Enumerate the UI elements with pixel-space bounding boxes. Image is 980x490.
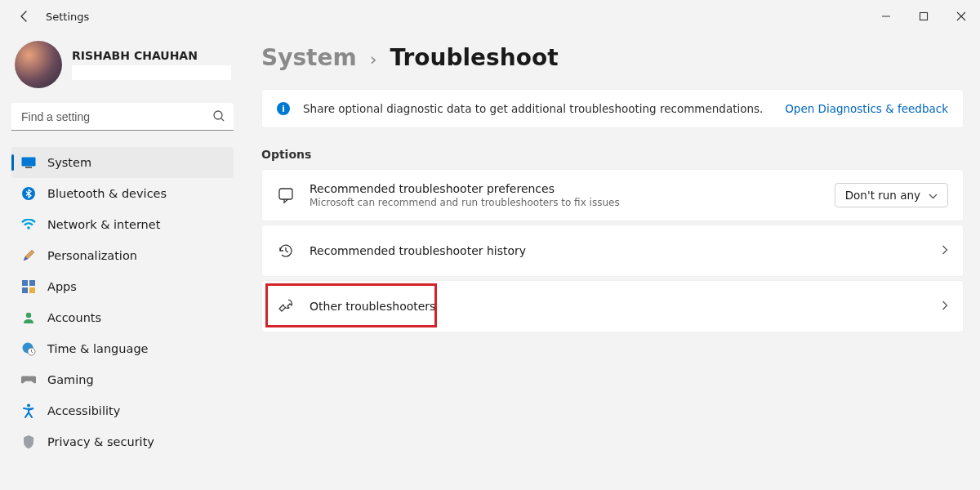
profile-email-redacted	[72, 65, 231, 80]
card-title: Recommended troubleshooter preferences	[310, 182, 620, 195]
nav-item-accessibility[interactable]: Accessibility	[11, 395, 234, 426]
back-arrow-icon	[18, 10, 31, 23]
chat-icon	[277, 186, 295, 204]
main-pane: System › Troubleshoot i Share optional d…	[245, 33, 980, 490]
nav-label: Gaming	[47, 373, 94, 386]
nav-item-gaming[interactable]: Gaming	[11, 364, 234, 395]
back-button[interactable]	[15, 7, 34, 26]
nav-item-apps[interactable]: Apps	[11, 271, 234, 302]
profile-block[interactable]: RISHABH CHAUHAN	[11, 41, 234, 88]
nav-label: Network & internet	[47, 218, 160, 231]
avatar	[15, 41, 62, 88]
nav-item-accounts[interactable]: Accounts	[11, 302, 234, 333]
globe-clock-icon	[21, 341, 36, 356]
info-text: Share optional diagnostic data to get ad…	[303, 102, 763, 115]
maximize-icon	[919, 11, 929, 21]
close-icon	[956, 11, 966, 21]
svg-point-12	[26, 313, 31, 318]
breadcrumb: System › Troubleshoot	[261, 44, 964, 71]
close-button[interactable]	[942, 0, 980, 33]
breadcrumb-parent[interactable]: System	[261, 44, 357, 71]
nav-item-network[interactable]: Network & internet	[11, 209, 234, 240]
svg-point-2	[214, 111, 222, 119]
nav-item-personalization[interactable]: Personalization	[11, 240, 234, 271]
svg-rect-11	[29, 287, 35, 293]
svg-point-7	[27, 226, 30, 229]
nav-item-privacy[interactable]: Privacy & security	[11, 426, 234, 457]
search-input[interactable]	[11, 103, 234, 131]
page-title: Troubleshoot	[390, 44, 558, 71]
svg-rect-5	[25, 167, 32, 168]
title-bar: Settings	[0, 0, 980, 33]
nav-label: Accounts	[47, 311, 101, 324]
chevron-right-icon	[942, 300, 948, 313]
accessibility-icon	[21, 403, 36, 418]
chevron-down-icon	[929, 189, 938, 202]
sidebar: RISHABH CHAUHAN System Bluetooth & de	[0, 33, 245, 490]
open-diagnostics-link[interactable]: Open Diagnostics & feedback	[785, 102, 948, 115]
search-icon	[212, 109, 225, 125]
wrench-icon	[277, 297, 295, 315]
bluetooth-icon	[21, 186, 36, 201]
window-controls	[867, 0, 980, 33]
svg-rect-4	[22, 158, 36, 167]
chevron-right-icon: ›	[370, 49, 377, 69]
minimize-button[interactable]	[867, 0, 905, 33]
maximize-button[interactable]	[905, 0, 942, 33]
nav-list: System Bluetooth & devices Network & int…	[11, 147, 234, 457]
card-subtitle: Microsoft can recommend and run troubles…	[310, 197, 620, 208]
svg-point-15	[27, 404, 30, 408]
history-icon	[277, 242, 295, 260]
nav-item-bluetooth[interactable]: Bluetooth & devices	[11, 178, 234, 209]
search-container	[11, 103, 234, 131]
paintbrush-icon	[21, 248, 36, 263]
minimize-icon	[881, 11, 891, 21]
nav-label: System	[47, 156, 91, 169]
wifi-icon	[21, 217, 36, 232]
section-label: Options	[261, 148, 964, 161]
system-icon	[21, 155, 36, 170]
card-title: Recommended troubleshooter history	[310, 244, 526, 257]
controller-icon	[21, 372, 36, 387]
card-other-troubleshooters[interactable]: Other troubleshooters	[261, 280, 964, 332]
nav-label: Accessibility	[47, 404, 120, 417]
info-bar: i Share optional diagnostic data to get …	[261, 89, 964, 128]
chevron-right-icon	[942, 244, 948, 257]
svg-rect-16	[279, 189, 292, 199]
svg-rect-1	[920, 13, 928, 20]
troubleshooter-run-dropdown[interactable]: Don't run any	[835, 183, 948, 207]
dropdown-value: Don't run any	[845, 189, 920, 202]
svg-line-3	[221, 118, 224, 121]
shield-icon	[21, 434, 36, 449]
card-troubleshooter-history[interactable]: Recommended troubleshooter history	[261, 225, 964, 277]
card-troubleshooter-preferences[interactable]: Recommended troubleshooter preferences M…	[261, 169, 964, 221]
info-icon: i	[277, 102, 290, 115]
app-title: Settings	[46, 11, 89, 23]
svg-rect-9	[29, 280, 35, 286]
nav-label: Privacy & security	[47, 435, 154, 448]
nav-label: Apps	[47, 280, 77, 293]
nav-label: Time & language	[47, 342, 149, 355]
nav-label: Bluetooth & devices	[47, 187, 167, 200]
apps-icon	[21, 279, 36, 294]
profile-name: RISHABH CHAUHAN	[72, 49, 234, 62]
person-icon	[21, 310, 36, 325]
nav-item-system[interactable]: System	[11, 147, 234, 178]
svg-rect-8	[22, 280, 28, 286]
card-title: Other troubleshooters	[310, 300, 435, 313]
svg-rect-10	[22, 287, 28, 293]
nav-label: Personalization	[47, 249, 137, 262]
nav-item-time[interactable]: Time & language	[11, 333, 234, 364]
